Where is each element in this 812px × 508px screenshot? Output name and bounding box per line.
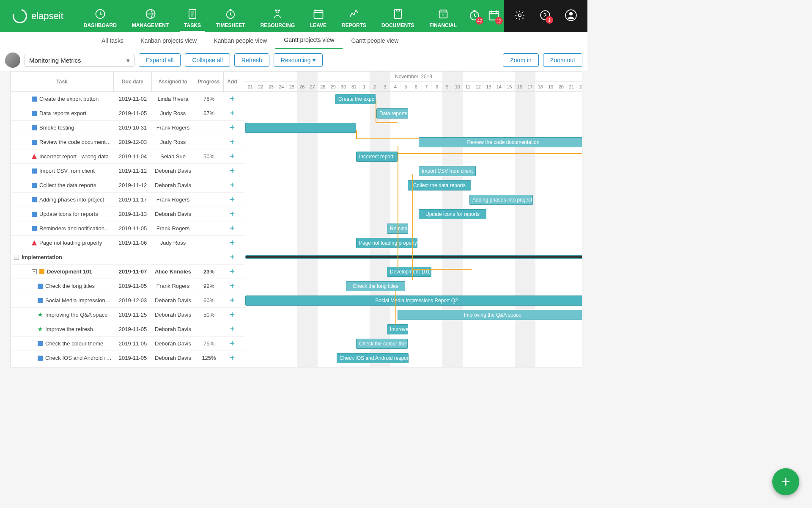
zoom-in-button[interactable]: Zoom in	[503, 53, 539, 67]
task-row[interactable]: Improving the Q&A space2019-11-25Deborah…	[11, 308, 245, 322]
task-row[interactable]: Collect the data reports2019-11-12Debora…	[11, 178, 245, 193]
gantt-bar[interactable]: Review the code documentation	[419, 137, 582, 147]
add-button[interactable]: +	[224, 123, 241, 133]
nav-documents[interactable]: DOCUMENTS	[374, 0, 422, 32]
task-row[interactable]: Check the colour theme2019-11-05Deborah …	[11, 337, 245, 351]
add-button[interactable]: +	[224, 209, 241, 219]
subnav-item[interactable]: Gantt projects view	[275, 32, 343, 49]
zoom-out-button[interactable]: Zoom out	[543, 53, 582, 67]
add-button[interactable]: +	[224, 180, 241, 190]
subnav-item[interactable]: Gantt people view	[343, 32, 407, 49]
task-row[interactable]: Improve the refresh2019-11-05Deborah Dav…	[11, 322, 245, 337]
day-header: 14	[494, 82, 505, 92]
subnav-item[interactable]: Kanban people view	[205, 32, 275, 49]
nav-leave[interactable]: LEAVE	[302, 0, 334, 32]
add-button[interactable]: +	[224, 295, 241, 305]
task-row[interactable]: Smoke testing2019-10-31Frank Rogers+	[11, 121, 245, 135]
collapse-arrow-icon[interactable]: →	[2, 59, 8, 66]
help-icon[interactable]: 1	[540, 10, 551, 22]
add-button[interactable]: +	[224, 310, 241, 320]
gantt-bar[interactable]	[245, 123, 356, 133]
timer-badge-icon[interactable]: 42	[468, 9, 481, 23]
col-header-assigned: Assigned to	[152, 72, 194, 91]
nav-tasks[interactable]: TASKS	[176, 0, 208, 32]
gantt-bar[interactable]: Development 101	[387, 267, 431, 277]
logo[interactable]: elapseit	[0, 9, 76, 23]
add-button[interactable]: +	[224, 152, 241, 161]
task-row[interactable]: Review the code documentation2019-12-03J…	[11, 135, 245, 149]
gantt-bar[interactable]: Improving the Q&A space	[398, 310, 582, 320]
nav-timesheet[interactable]: TIMESHEET	[208, 0, 253, 32]
collapse-icon[interactable]: −	[14, 255, 19, 260]
task-row[interactable]: −Development 1012019-11-07Alice Knnoles2…	[11, 265, 245, 279]
gantt-bar[interactable]: Update icons for reports	[419, 209, 486, 219]
add-button[interactable]: +	[224, 353, 241, 363]
nav-management[interactable]: MANAGEMENT	[124, 0, 176, 32]
add-button[interactable]: +	[224, 137, 241, 147]
add-button[interactable]: +	[224, 166, 241, 176]
resourcing-button[interactable]: Resourcing	[274, 53, 323, 67]
task-row[interactable]: −Implementation+	[11, 250, 245, 265]
gantt-bar[interactable]: Check the colour theme	[356, 339, 408, 349]
gantt-bar[interactable]: Incorrect report - wrong data	[356, 152, 398, 162]
add-button[interactable]: +	[224, 108, 241, 118]
add-button[interactable]: +	[224, 252, 241, 262]
task-row[interactable]: Update icons for reports2019-11-13Debora…	[11, 207, 245, 221]
nav-resourcing[interactable]: RESOURCING	[253, 0, 302, 32]
timeline-pane[interactable]: November, 2019 2122232425262728293031123…	[245, 72, 582, 367]
gantt-bar[interactable]: Reminders	[387, 224, 408, 234]
add-button[interactable]: +	[224, 195, 241, 204]
add-button[interactable]: +	[224, 339, 241, 348]
note-icon	[38, 356, 43, 361]
gantt-bar[interactable]: Import CSV from client	[419, 166, 476, 176]
gantt-bar[interactable]: Page not loading properly	[356, 238, 417, 248]
project-select[interactable]: Monitoring Metrics	[25, 54, 134, 67]
nav-reports[interactable]: REPORTS	[334, 0, 374, 32]
day-header: 8	[432, 82, 442, 92]
refresh-button[interactable]: Refresh	[234, 53, 269, 67]
task-row[interactable]: Check IOS and Android responsive2019-11-…	[11, 351, 245, 365]
task-row[interactable]: Create the export button2019-11-02Linda …	[11, 92, 245, 106]
gantt-bar[interactable]: Check the long titles	[346, 281, 405, 291]
task-row[interactable]: Check the long titles2019-11-05Frank Rog…	[11, 279, 245, 293]
task-name: Review the code documentation	[39, 139, 112, 145]
gantt-bar[interactable]	[245, 255, 582, 259]
user-icon[interactable]	[565, 9, 577, 23]
logo-icon	[10, 6, 30, 26]
gantt-bar[interactable]: Improve the	[387, 324, 408, 334]
settings-icon[interactable]	[514, 10, 525, 22]
task-row[interactable]: Incorrect report - wrong data2019-11-04S…	[11, 149, 245, 164]
nav-dashboard[interactable]: DASHBOARD	[76, 0, 124, 32]
task-row[interactable]: Reminders and notifications on end2019-1…	[11, 221, 245, 236]
add-button[interactable]: +	[224, 94, 241, 104]
add-button[interactable]: +	[224, 281, 241, 291]
gantt-bar[interactable]: Social Media Impressions Report Q2	[245, 295, 582, 306]
expand-all-button[interactable]: Expand all	[139, 53, 181, 67]
subnav-item[interactable]: Kanban projects view	[132, 32, 205, 49]
day-header: 22	[256, 82, 266, 92]
gantt-bar[interactable]: Data reports export	[376, 108, 408, 119]
gantt-bar[interactable]: Adding phases into project	[469, 195, 533, 205]
assigned-to: Frank Rogers	[152, 225, 194, 232]
assigned-to: Alice Knnoles	[152, 268, 194, 275]
task-name: Development 101	[47, 268, 92, 275]
task-row[interactable]: Import CSV from client2019-11-12Deborah …	[11, 164, 245, 178]
collapse-all-button[interactable]: Collapse all	[185, 53, 230, 67]
task-row[interactable]: Adding phases into project2019-11-17Fran…	[11, 193, 245, 207]
gantt-bar[interactable]: Check IOS and Android responsive	[337, 353, 409, 363]
task-row[interactable]: Page not loading properly2019-11-06Judy …	[11, 236, 245, 250]
nav-financial[interactable]: FINANCIAL	[422, 0, 464, 32]
add-button[interactable]: +	[224, 238, 241, 248]
task-row[interactable]: Social Media Impressions Report2019-12-0…	[11, 293, 245, 308]
add-button[interactable]: +	[224, 224, 241, 233]
subnav-item[interactable]: All tasks	[93, 32, 132, 49]
task-name: Check the long titles	[45, 283, 95, 289]
task-row[interactable]: Data reports export2019-11-05Judy Ross67…	[11, 106, 245, 121]
gantt-bar[interactable]: Create the export button	[335, 94, 376, 104]
gantt-bar[interactable]: Collect the data reports	[408, 180, 471, 190]
calendar-badge-icon[interactable]: 12	[488, 9, 500, 23]
add-button[interactable]: +	[224, 267, 241, 276]
collapse-icon[interactable]: −	[32, 269, 37, 274]
assigned-to: Linda Rivera	[152, 96, 194, 102]
add-button[interactable]: +	[224, 324, 241, 334]
